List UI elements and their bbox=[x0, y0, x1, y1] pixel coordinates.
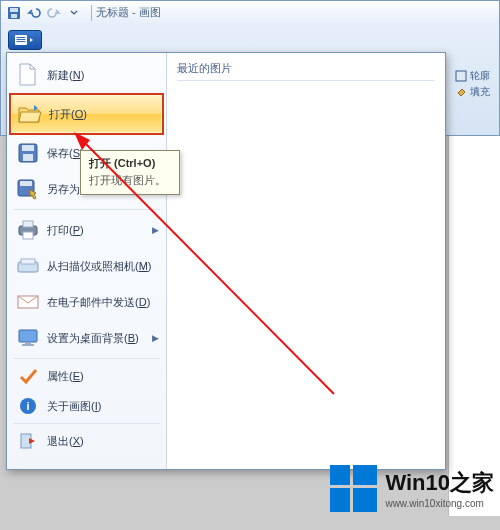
svg-text:i: i bbox=[26, 400, 29, 412]
svg-rect-5 bbox=[17, 37, 26, 38]
menu-item-exit[interactable]: 退出(X) bbox=[9, 426, 164, 456]
checkmark-icon bbox=[15, 363, 41, 389]
menu-item-new-label: 新建(N) bbox=[47, 68, 84, 83]
svg-rect-6 bbox=[17, 39, 26, 40]
menu-item-open[interactable]: 打开(O) bbox=[9, 93, 164, 135]
menu-item-print[interactable]: 打印(P) ▶ bbox=[9, 212, 164, 248]
file-menu: 新建(N) 打开(O) 保存(S) 另存为(A) ▶ 打印(P) ▶ 从扫描仪或… bbox=[6, 52, 446, 470]
chevron-right-icon: ▶ bbox=[152, 225, 159, 235]
canvas-area[interactable] bbox=[448, 136, 500, 516]
outline-label: 轮廓 bbox=[470, 69, 490, 83]
menu-item-wallpaper[interactable]: 设置为桌面背景(B) ▶ bbox=[9, 320, 164, 356]
open-folder-icon bbox=[17, 101, 43, 127]
email-icon bbox=[15, 289, 41, 315]
window-title: 无标题 - 画图 bbox=[96, 5, 161, 20]
tooltip-body: 打开现有图片。 bbox=[89, 173, 171, 188]
svg-rect-19 bbox=[19, 330, 37, 342]
file-tab-button[interactable] bbox=[8, 30, 42, 50]
watermark-url: www.win10xitong.com bbox=[385, 498, 494, 509]
ribbon-right-tools: 轮廓 填充 bbox=[453, 68, 499, 116]
printer-icon bbox=[15, 217, 41, 243]
menu-separator bbox=[13, 209, 160, 210]
file-tab-icon bbox=[14, 34, 36, 46]
svg-rect-21 bbox=[22, 344, 34, 346]
menu-item-new[interactable]: 新建(N) bbox=[9, 57, 164, 93]
menu-separator bbox=[13, 358, 160, 359]
svg-rect-2 bbox=[11, 14, 17, 18]
save-icon bbox=[15, 140, 41, 166]
svg-rect-3 bbox=[456, 71, 466, 81]
svg-rect-10 bbox=[23, 154, 33, 161]
save-qat-button[interactable] bbox=[5, 4, 23, 22]
svg-rect-7 bbox=[17, 41, 26, 42]
saveas-icon bbox=[15, 176, 41, 202]
quick-access-toolbar bbox=[1, 4, 87, 22]
menu-item-properties[interactable]: 属性(E) bbox=[9, 361, 164, 391]
menu-item-print-label: 打印(P) bbox=[47, 223, 84, 238]
menu-item-email-label: 在电子邮件中发送(D) bbox=[47, 295, 150, 310]
menu-item-save-label: 保存(S) bbox=[47, 146, 84, 161]
redo-qat-button[interactable] bbox=[45, 4, 63, 22]
desktop-icon bbox=[15, 325, 41, 351]
menu-item-scanner[interactable]: 从扫描仪或照相机(M) bbox=[9, 248, 164, 284]
windows-logo-icon bbox=[330, 465, 377, 512]
svg-rect-12 bbox=[20, 181, 32, 186]
tooltip-title: 打开 (Ctrl+O) bbox=[89, 156, 171, 171]
menu-separator bbox=[13, 423, 160, 424]
watermark: Win10之家 www.win10xitong.com bbox=[330, 465, 494, 512]
outline-tool[interactable]: 轮廓 bbox=[453, 68, 499, 84]
svg-rect-15 bbox=[23, 232, 33, 239]
menu-item-properties-label: 属性(E) bbox=[47, 369, 84, 384]
undo-qat-button[interactable] bbox=[25, 4, 43, 22]
svg-rect-1 bbox=[10, 8, 18, 12]
svg-rect-17 bbox=[21, 259, 35, 264]
exit-icon bbox=[15, 428, 41, 454]
menu-item-about-label: 关于画图(I) bbox=[47, 399, 101, 414]
svg-rect-20 bbox=[25, 342, 31, 344]
title-bar: 无标题 - 画图 bbox=[0, 0, 500, 24]
file-menu-left-pane: 新建(N) 打开(O) 保存(S) 另存为(A) ▶ 打印(P) ▶ 从扫描仪或… bbox=[7, 53, 167, 469]
svg-rect-9 bbox=[22, 145, 34, 151]
scanner-icon bbox=[15, 253, 41, 279]
info-icon: i bbox=[15, 393, 41, 419]
recent-header: 最近的图片 bbox=[177, 59, 435, 81]
watermark-brand: Win10之家 bbox=[385, 468, 494, 498]
file-menu-right-pane: 最近的图片 bbox=[167, 53, 445, 469]
menu-item-email[interactable]: 在电子邮件中发送(D) bbox=[9, 284, 164, 320]
qat-dropdown-button[interactable] bbox=[65, 4, 83, 22]
menu-item-open-label: 打开(O) bbox=[49, 107, 87, 122]
fill-label: 填充 bbox=[470, 85, 490, 99]
menu-item-exit-label: 退出(X) bbox=[47, 434, 84, 449]
svg-rect-14 bbox=[23, 221, 33, 227]
chevron-right-icon: ▶ bbox=[152, 333, 159, 343]
menu-item-about[interactable]: i 关于画图(I) bbox=[9, 391, 164, 421]
menu-item-scanner-label: 从扫描仪或照相机(M) bbox=[47, 259, 152, 274]
new-file-icon bbox=[15, 62, 41, 88]
fill-tool[interactable]: 填充 bbox=[453, 84, 499, 100]
title-separator bbox=[91, 5, 92, 21]
tooltip: 打开 (Ctrl+O) 打开现有图片。 bbox=[80, 150, 180, 195]
menu-item-wallpaper-label: 设置为桌面背景(B) bbox=[47, 331, 139, 346]
